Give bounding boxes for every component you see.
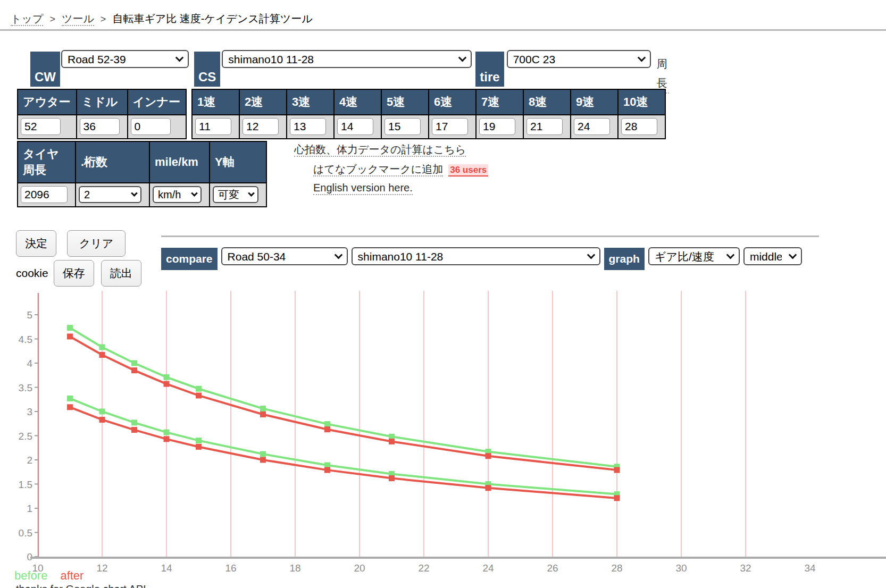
chart-legend: beforeafter bbox=[14, 569, 96, 583]
cassette-select[interactable]: shimano10 11-28 bbox=[222, 50, 472, 68]
chainring-header: インナー bbox=[128, 89, 187, 115]
svg-text:30: 30 bbox=[675, 562, 687, 574]
cog-input[interactable] bbox=[432, 118, 468, 135]
heart-rate-link[interactable]: 心拍数、体力データの計算はこちら bbox=[294, 144, 466, 157]
compare-crank-select[interactable]: Road 50-34 bbox=[221, 247, 348, 265]
links-block: 心拍数、体力データの計算はこちら はてなブックマークに追加36 users En… bbox=[294, 142, 488, 199]
crank-select[interactable]: Road 52-39 bbox=[61, 50, 189, 68]
cog-header: 1速 bbox=[192, 89, 239, 115]
cog-input[interactable] bbox=[195, 118, 231, 135]
graph-mode-select[interactable]: ギア比/速度 bbox=[648, 247, 740, 265]
svg-text:34: 34 bbox=[804, 562, 816, 574]
svg-text:20: 20 bbox=[354, 562, 365, 574]
cog-header: 8速 bbox=[523, 89, 571, 115]
tire-label: tire bbox=[475, 52, 504, 87]
cog-header: 10速 bbox=[618, 89, 665, 115]
svg-text:28: 28 bbox=[611, 562, 622, 574]
cog-header: 2速 bbox=[239, 89, 287, 115]
gear-ratio-chart: 00.511.522.533.544.551012141618202224262… bbox=[0, 290, 886, 588]
tire-circumference-header: タイヤ周長 bbox=[18, 141, 76, 183]
svg-text:1: 1 bbox=[27, 503, 32, 514]
breadcrumb-separator: > bbox=[101, 14, 106, 24]
english-version-link[interactable]: English version here. bbox=[313, 182, 413, 195]
svg-text:3: 3 bbox=[27, 406, 32, 417]
svg-text:2: 2 bbox=[27, 455, 32, 466]
svg-text:1.5: 1.5 bbox=[19, 479, 32, 490]
cog-header: 4速 bbox=[334, 89, 381, 115]
cog-input[interactable] bbox=[621, 118, 657, 135]
tire-circumference-input[interactable] bbox=[21, 186, 68, 203]
cog-input[interactable] bbox=[526, 118, 563, 135]
cog-header: 7速 bbox=[476, 89, 523, 115]
circumference-link[interactable]: 周長 bbox=[655, 54, 669, 94]
breadcrumb: トップ>ツール>自転車ギア比 速度-ケイデンス計算ツール bbox=[11, 12, 313, 26]
digits-header: .桁数 bbox=[76, 141, 149, 183]
chainring-input-middle[interactable] bbox=[80, 118, 120, 135]
chainring-input-outer[interactable] bbox=[21, 118, 61, 135]
page-title: 自転車ギア比 速度-ケイデンス計算ツール bbox=[112, 13, 312, 24]
svg-text:5: 5 bbox=[27, 309, 32, 321]
cog-header: 3速 bbox=[287, 89, 334, 115]
cog-header: 9速 bbox=[571, 89, 618, 115]
cog-input[interactable] bbox=[243, 118, 279, 135]
graph-position-select[interactable]: middle bbox=[743, 247, 802, 265]
compare-bar: compare Road 50-34 shimano10 11-28 graph… bbox=[161, 236, 819, 270]
footer-note: thanks for Google chart API bbox=[16, 583, 146, 588]
submit-button[interactable]: 決定 bbox=[16, 230, 56, 257]
hatena-bookmark-link[interactable]: はてなブックマークに追加 bbox=[313, 163, 443, 177]
svg-text:24: 24 bbox=[482, 562, 494, 574]
svg-text:22: 22 bbox=[418, 562, 429, 574]
graph-label: graph bbox=[604, 248, 645, 270]
chainring-input-inner[interactable] bbox=[131, 118, 171, 135]
options-table: タイヤ周長 .桁数 mile/km Y軸 2 km/h 可変 bbox=[17, 141, 267, 207]
compare-cassette-select[interactable]: shimano10 11-28 bbox=[352, 247, 600, 265]
cog-input[interactable] bbox=[574, 118, 610, 135]
svg-text:26: 26 bbox=[547, 562, 558, 574]
divider bbox=[0, 29, 886, 31]
cookie-save-button[interactable]: 保存 bbox=[54, 260, 94, 287]
cog-input[interactable] bbox=[385, 118, 421, 135]
cookie-load-button[interactable]: 読出 bbox=[101, 260, 141, 287]
svg-text:12: 12 bbox=[96, 562, 107, 574]
unit-select[interactable]: km/h bbox=[153, 186, 202, 203]
svg-text:16: 16 bbox=[225, 562, 236, 574]
chainring-table: アウター ミドル インナー bbox=[17, 89, 187, 139]
hatena-users-badge[interactable]: 36 users bbox=[448, 164, 488, 177]
digits-select[interactable]: 2 bbox=[79, 186, 141, 203]
cog-input[interactable] bbox=[337, 118, 373, 135]
cookie-label: cookie bbox=[16, 267, 48, 280]
breadcrumb-separator: > bbox=[49, 14, 55, 24]
legend-after: after bbox=[60, 569, 83, 582]
yaxis-select[interactable]: 可変 bbox=[213, 186, 258, 203]
cog-header: 6速 bbox=[429, 89, 476, 115]
crank-label: CW bbox=[30, 52, 60, 87]
cog-table: 1速 2速 3速 4速 5速 6速 7速 8速 9速 10速 bbox=[191, 89, 666, 139]
svg-text:0.5: 0.5 bbox=[19, 527, 32, 539]
gear-selector-row: CW Road 52-39 CS shimano10 11-28 tire 70… bbox=[30, 50, 669, 94]
chainring-header: ミドル bbox=[77, 89, 128, 115]
svg-text:4.5: 4.5 bbox=[19, 334, 32, 345]
gear-tables: アウター ミドル インナー 1速 2速 3速 4速 5速 6速 7速 8速 9速… bbox=[17, 89, 666, 139]
yaxis-header: Y軸 bbox=[210, 141, 266, 183]
actions-block: 決定 クリア cookie 保存 読出 bbox=[16, 230, 165, 287]
compare-label: compare bbox=[161, 248, 218, 270]
svg-text:18: 18 bbox=[289, 562, 300, 574]
svg-text:14: 14 bbox=[161, 562, 172, 574]
breadcrumb-link-top[interactable]: トップ bbox=[11, 13, 43, 26]
cassette-label: CS bbox=[194, 52, 220, 87]
breadcrumb-link-tools[interactable]: ツール bbox=[62, 13, 94, 26]
chainring-header: アウター bbox=[18, 89, 77, 115]
svg-text:32: 32 bbox=[740, 562, 751, 574]
svg-text:2.5: 2.5 bbox=[19, 431, 32, 442]
clear-button[interactable]: クリア bbox=[67, 230, 126, 257]
cog-input[interactable] bbox=[290, 118, 326, 135]
unit-header: mile/km bbox=[149, 141, 210, 183]
svg-text:3.5: 3.5 bbox=[19, 382, 32, 393]
tire-select[interactable]: 700C 23 bbox=[507, 50, 651, 68]
cog-input[interactable] bbox=[479, 118, 515, 135]
svg-text:4: 4 bbox=[27, 358, 32, 369]
cog-header: 5速 bbox=[381, 89, 429, 115]
legend-before: before bbox=[14, 569, 47, 582]
